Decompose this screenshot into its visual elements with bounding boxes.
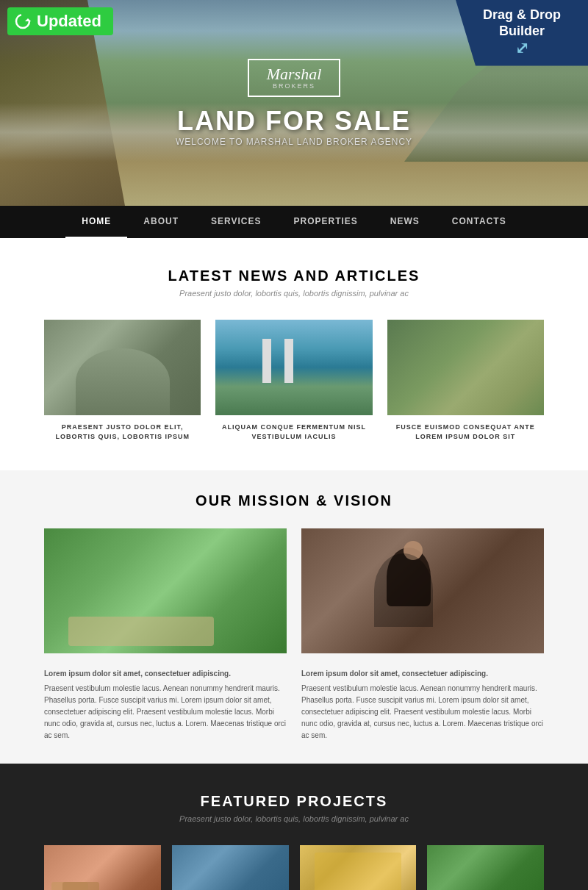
mission-text-2: Lorem ipsum dolor sit amet, consectetuer… xyxy=(301,668,544,742)
main-nav: HOME ABOUT SERVICES PROPERTIES NEWS CONT… xyxy=(0,206,588,238)
news-grid: PRAESENT JUSTO DOLOR ELIT, LOBORTIS QUIS… xyxy=(44,320,544,441)
mission-image-2 xyxy=(301,528,544,653)
nav-item-services[interactable]: SERVICES xyxy=(195,206,277,238)
hero-section: Marshal BROKERS LAND FOR SALE WELCOME TO… xyxy=(0,0,588,206)
featured-section: FEATURED PROJECTS Praesent justo dolor, … xyxy=(0,764,588,890)
project-image-2 xyxy=(172,845,289,890)
news-card-title-3: FUSCE EUISMOD CONSEQUAT ANTE LOREM IPSUM… xyxy=(387,423,544,441)
mission-col-1: Lorem ipsum dolor sit amet, consectetuer… xyxy=(44,668,287,742)
mission-col-2: Lorem ipsum dolor sit amet, consectetuer… xyxy=(301,668,544,742)
nav-link-properties[interactable]: PROPERTIES xyxy=(278,206,374,237)
nav-item-contacts[interactable]: CONTACTS xyxy=(436,206,523,238)
news-subtitle: Praesent justo dolor, lobortis quis, lob… xyxy=(44,289,544,298)
nav-link-home[interactable]: HOME xyxy=(65,206,127,238)
news-section: LATEST NEWS AND ARTICLES Praesent justo … xyxy=(0,238,588,470)
nav-link-about[interactable]: ABOUT xyxy=(127,206,195,237)
featured-subtitle: Praesent justo dolor, lobortis quis, lob… xyxy=(44,814,544,823)
nav-item-home[interactable]: HOME xyxy=(65,206,127,238)
project-card-2: PROJECT NAME Praesent justo dolor, lobor… xyxy=(172,845,289,890)
project-image-4 xyxy=(427,845,544,890)
news-title: LATEST NEWS AND ARTICLES xyxy=(44,268,544,284)
news-card-3: FUSCE EUISMOD CONSEQUAT ANTE LOREM IPSUM… xyxy=(387,320,544,441)
hero-subtitle: WELCOME TO MARSHAL LAND BROKER AGENCY xyxy=(176,137,412,147)
mission-title: OUR MISSION & VISION xyxy=(44,492,544,509)
nav-link-news[interactable]: NEWS xyxy=(374,206,436,237)
featured-title: FEATURED PROJECTS xyxy=(44,793,544,810)
news-card-2: ALIQUAM CONQUE FERMENTUM NISL VESTIBULUM… xyxy=(215,320,372,441)
nav-link-contacts[interactable]: CONTACTS xyxy=(436,206,523,237)
mission-image-1 xyxy=(44,528,287,653)
news-image-3 xyxy=(387,320,544,415)
hero-title: LAND FOR SALE xyxy=(176,106,412,137)
nav-item-news[interactable]: NEWS xyxy=(374,206,436,238)
project-card-3: PROJECT NAME Praesent justo dolor, lobor… xyxy=(300,845,417,890)
hero-logo: Marshal BROKERS xyxy=(248,59,341,97)
news-card-1: PRAESENT JUSTO DOLOR ELIT, LOBORTIS QUIS… xyxy=(44,320,201,441)
nav-item-about[interactable]: ABOUT xyxy=(127,206,195,238)
news-card-title-1: PRAESENT JUSTO DOLOR ELIT, LOBORTIS QUIS… xyxy=(44,423,201,441)
project-image-3 xyxy=(300,845,417,890)
news-image-1 xyxy=(44,320,201,415)
project-card-1: PROJECT NAME Praesent justo dolor, lobor… xyxy=(44,845,161,890)
mission-images xyxy=(44,528,544,653)
project-image-1 xyxy=(44,845,161,890)
hero-content: Marshal BROKERS LAND FOR SALE WELCOME TO… xyxy=(176,59,412,147)
project-card-4: PROJECT NAME Praesent justo dolor, lobor… xyxy=(427,845,544,890)
projects-grid: PROJECT NAME Praesent justo dolor, lobor… xyxy=(44,845,544,890)
mission-text-1: Lorem ipsum dolor sit amet, consectetuer… xyxy=(44,668,287,742)
news-image-2 xyxy=(215,320,372,415)
nav-item-properties[interactable]: PROPERTIES xyxy=(278,206,374,238)
nav-link-services[interactable]: SERVICES xyxy=(195,206,277,237)
mission-text-cols: Lorem ipsum dolor sit amet, consectetuer… xyxy=(44,668,544,742)
mission-section: OUR MISSION & VISION Lorem ipsum dolor s… xyxy=(0,470,588,764)
news-card-title-2: ALIQUAM CONQUE FERMENTUM NISL VESTIBULUM… xyxy=(215,423,372,441)
